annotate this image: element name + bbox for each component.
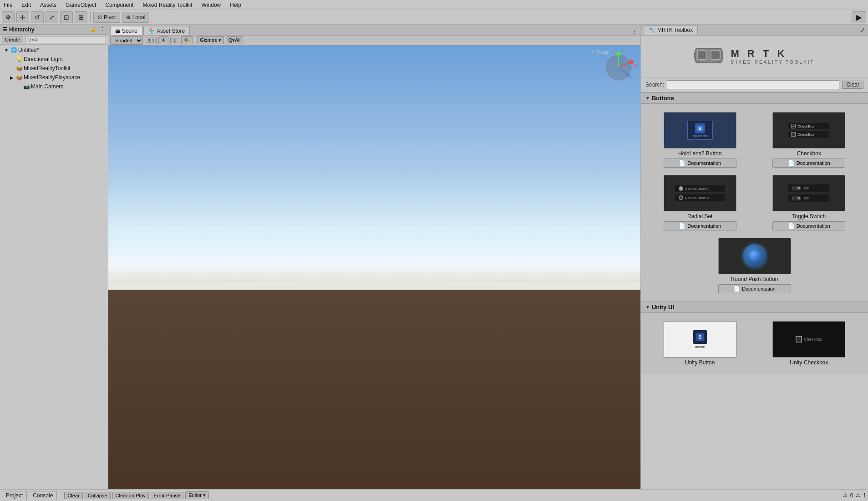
pivot-button[interactable]: ⊙ Pivot	[93, 12, 120, 23]
tab-project[interactable]: Project	[2, 491, 27, 500]
scene-tab-icon: 🏔	[115, 28, 120, 34]
scene-view[interactable]: < Persp x	[108, 46, 640, 489]
menu-mixed-reality[interactable]: Mixed Reality Toolkit	[141, 1, 194, 9]
rotate-tool-button[interactable]: ↺	[31, 11, 44, 23]
round-btn-doc-button[interactable]: 📄 Documentation	[718, 284, 791, 293]
unity-btn-preview[interactable]: B Button	[664, 321, 736, 358]
radial-preview[interactable]: RadialButton 1 RadialButton 2	[664, 175, 736, 211]
unity-ui-section-header[interactable]: ▼ Unity UI	[641, 302, 868, 313]
mrtk-logo: M R T K MIXED REALITY TOOLKIT	[641, 36, 868, 77]
toggle-preview-bg: Off Off	[773, 175, 845, 211]
mrtk-logo-text: M R T K MIXED REALITY TOOLKIT	[731, 48, 814, 65]
cb-box-1: ✓	[791, 124, 796, 128]
unity-cb-item-card: ✓ Checkbox Unity Checkbox	[755, 317, 864, 369]
scale-tool-button[interactable]: ⤢	[46, 11, 58, 23]
buttons-section-header[interactable]: ▼ Buttons	[641, 92, 868, 104]
fx-button[interactable]: 🎭	[181, 36, 193, 44]
rb-item-2: RadialButton 2	[675, 194, 725, 201]
hierarchy-item-directional-light[interactable]: 💡 Directional Light	[0, 55, 108, 64]
mrtk-clear-button[interactable]: Clear	[842, 81, 863, 89]
menu-window[interactable]: Window	[200, 1, 223, 9]
hand-tool-button[interactable]: ✥	[2, 11, 15, 23]
local-icon: ⊕	[126, 14, 131, 20]
radial-doc-button[interactable]: 📄 Documentation	[664, 221, 736, 230]
cb-item-1: ✓ CheckBox	[788, 123, 829, 129]
pivot-label: Pivot	[104, 14, 116, 20]
menu-edit[interactable]: Edit	[20, 1, 33, 9]
menu-gameobject[interactable]: GameObject	[64, 1, 98, 9]
svg-rect-12	[694, 52, 696, 59]
checkbox-preview-bg: ✓ CheckBox CheckBox	[773, 112, 845, 148]
svg-point-3	[629, 60, 634, 64]
console-error-pause-button[interactable]: Error Pause	[151, 492, 184, 499]
filter-button[interactable]: Q▾All	[226, 36, 244, 44]
toggle-doc-label: Documentation	[797, 223, 830, 229]
scene-panel-menu-icon[interactable]: ⋮	[630, 29, 639, 35]
main-camera-label: Main Camera	[31, 83, 64, 90]
menu-file[interactable]: File	[2, 1, 14, 9]
mrtk-tab[interactable]: 🔧 MRTK Toolbox	[644, 26, 698, 35]
holodark-doc-button[interactable]: 📄 Documentation	[664, 158, 736, 168]
checkbox-doc-button[interactable]: 📄 Documentation	[772, 158, 845, 168]
playspace-arrow[interactable]: ▶	[9, 75, 15, 80]
gizmos-button[interactable]: Gizmos ▾	[197, 36, 223, 44]
gizmo-y-label: y	[616, 50, 619, 56]
hierarchy-item-playspace[interactable]: ▶ 📦 MixedRealityPlayspace	[0, 73, 108, 82]
mrtk-label: MixedRealityToolkit	[24, 65, 71, 72]
svg-text:B: B	[699, 127, 701, 131]
console-collapse-button[interactable]: Collapse	[85, 492, 111, 499]
radial-doc-label: Documentation	[687, 223, 721, 229]
create-button[interactable]: Create	[2, 36, 23, 43]
unity-btn-preview-bg: B Button	[664, 322, 736, 357]
holodark-btn-label: My Button	[693, 134, 707, 138]
untitled-arrow[interactable]: ▼	[4, 48, 9, 53]
rect-tool-button[interactable]: ⊡	[60, 11, 73, 23]
menu-bar: File Edit Assets GameObject Component Mi…	[0, 0, 868, 10]
toggle-doc-button[interactable]: 📄 Documentation	[772, 221, 845, 230]
toggle-item-name: Toggle Switch	[792, 213, 826, 220]
tab-console[interactable]: Console	[29, 491, 57, 500]
doc-icon-1: 📄	[788, 160, 795, 166]
hierarchy-lock-icon[interactable]: 🔒	[90, 26, 96, 32]
hierarchy-item-mrtk[interactable]: 📦 MixedRealityToolkit	[0, 64, 108, 73]
gizmo-axis-container: x y z	[600, 49, 637, 86]
holodark-preview[interactable]: B My Button	[664, 112, 736, 148]
hierarchy-icon: ☰	[3, 26, 7, 32]
hierarchy-menu-icon[interactable]: ⋮	[100, 26, 105, 32]
unity-cb-item-name: Unity Checkbox	[790, 359, 828, 366]
svg-text:B: B	[698, 335, 701, 340]
2d-button[interactable]: 2D	[145, 37, 157, 44]
rb-text-2: RadialButton 2	[685, 196, 709, 200]
hierarchy-item-main-camera[interactable]: 📷 Main Camera	[0, 82, 108, 91]
doc-icon-4: 📄	[733, 286, 740, 292]
transform-tool-button[interactable]: ⊞	[75, 11, 87, 23]
checkbox-preview[interactable]: ✓ CheckBox CheckBox	[772, 112, 845, 148]
local-button[interactable]: ⊕ Local	[122, 12, 150, 23]
menu-help[interactable]: Help	[228, 1, 243, 9]
move-tool-button[interactable]: ✛	[16, 11, 29, 23]
unity-cb-preview[interactable]: ✓ Checkbox	[772, 321, 845, 358]
lighting-button[interactable]: ☀	[158, 36, 168, 44]
warning-count-icon: ⚠	[856, 492, 860, 498]
mrtk-tab-bar: 🔧 MRTK Toolbox ⤢	[641, 25, 868, 36]
directional-light-icon: 💡	[15, 56, 23, 62]
mrtk-expand-icon[interactable]: ⤢	[860, 26, 865, 34]
tab-scene[interactable]: 🏔 Scene	[110, 26, 142, 35]
center-area: 🏔 Scene 🏪 Asset Store ⋮ Shaded 2D ☀ ♫ 🎭 …	[108, 25, 640, 489]
hierarchy-item-untitled[interactable]: ▼ 🌐 Untitled*	[0, 46, 108, 55]
round-btn-preview[interactable]	[718, 238, 791, 274]
console-clear-button[interactable]: Clear	[64, 492, 82, 499]
tab-asset-store[interactable]: 🏪 Asset Store	[143, 26, 190, 35]
console-clear-on-play-button[interactable]: Clear on Play	[112, 492, 149, 499]
shading-dropdown[interactable]: Shaded	[110, 36, 143, 45]
hierarchy-search-input[interactable]	[25, 36, 106, 43]
toggle-preview[interactable]: Off Off	[772, 175, 845, 211]
play-button[interactable]: ▶	[852, 11, 866, 23]
toolbar-sep-1	[90, 12, 91, 22]
menu-component[interactable]: Component	[103, 1, 135, 9]
console-editor-dropdown[interactable]: Editor ▾	[185, 491, 209, 499]
audio-button[interactable]: ♫	[170, 37, 179, 44]
menu-assets[interactable]: Assets	[38, 1, 58, 9]
scene-gizmo[interactable]: x y z	[600, 49, 637, 86]
mrtk-search-input[interactable]	[667, 80, 839, 89]
